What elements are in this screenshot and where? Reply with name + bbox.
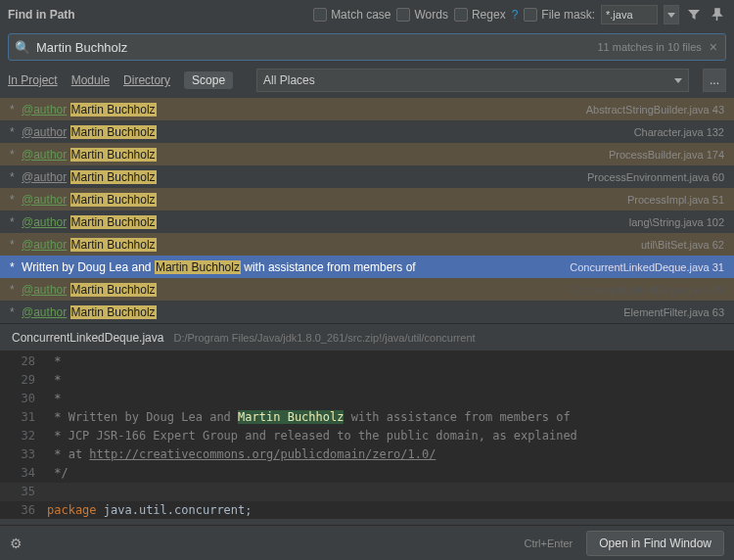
- tab-module[interactable]: Module: [71, 71, 110, 89]
- search-box: 🔍 11 matches in 10 files ×: [8, 33, 726, 61]
- filter-icon[interactable]: [685, 6, 703, 23]
- results-list: * @author Martin BuchholzAbstractStringB…: [0, 98, 734, 323]
- result-row[interactable]: * Written by Doug Lea and Martin Buchhol…: [0, 256, 734, 278]
- pin-icon[interactable]: [709, 6, 726, 23]
- file-mask-label: File mask:: [541, 8, 595, 22]
- regex-label: Regex: [472, 8, 506, 22]
- code-line: */: [47, 464, 69, 483]
- gutter: 33: [0, 445, 47, 464]
- result-row[interactable]: * @author Martin Buchholzutil\BitSet.jav…: [0, 233, 734, 256]
- result-row[interactable]: * @author Martin BuchholzConcurrentLinke…: [0, 278, 734, 301]
- tab-directory[interactable]: Directory: [123, 71, 170, 89]
- words-checkbox[interactable]: Words: [396, 8, 447, 22]
- chevron-down-icon: [674, 78, 682, 83]
- match-count: 11 matches in 10 files: [597, 41, 701, 53]
- words-label: Words: [414, 8, 447, 22]
- result-row[interactable]: * @author Martin BuchholzCharacter.java …: [0, 120, 734, 143]
- gutter: 29: [0, 371, 47, 390]
- file-mask-input[interactable]: [601, 5, 658, 24]
- tab-scope[interactable]: Scope: [184, 71, 233, 89]
- browse-button[interactable]: ...: [703, 69, 726, 92]
- result-row[interactable]: * @author Martin Buchholzlang\String.jav…: [0, 210, 734, 233]
- match-case-label: Match case: [331, 8, 390, 22]
- code-line: *: [47, 390, 61, 408]
- scope-value: All Places: [263, 73, 315, 87]
- result-row[interactable]: * @author Martin BuchholzElementFilter.j…: [0, 301, 734, 323]
- gutter: 30: [0, 390, 47, 408]
- code-line: * Written by Doug Lea and Martin Buchhol…: [47, 408, 571, 427]
- gutter: 31: [0, 408, 47, 427]
- result-row[interactable]: * @author Martin BuchholzProcessImpl.jav…: [0, 188, 734, 210]
- gutter: 36: [0, 501, 47, 520]
- dialog-title: Find in Path: [8, 8, 75, 22]
- preview-filename: ConcurrentLinkedDeque.java: [12, 331, 163, 345]
- gutter: 35: [0, 483, 47, 501]
- match-case-checkbox[interactable]: Match case: [313, 8, 390, 22]
- code-preview[interactable]: 28 * 29 * 30 * 31 * Written by Doug Lea …: [0, 350, 734, 519]
- search-input[interactable]: [36, 40, 591, 55]
- gutter: 34: [0, 464, 47, 483]
- code-line: *: [47, 371, 61, 390]
- regex-checkbox[interactable]: Regex?: [454, 8, 518, 22]
- file-mask-dropdown[interactable]: [664, 5, 679, 24]
- shortcut-hint: Ctrl+Enter: [524, 537, 573, 549]
- clear-icon[interactable]: ×: [708, 39, 719, 55]
- code-line: *: [47, 352, 61, 371]
- chevron-down-icon: [667, 13, 675, 18]
- code-line: * at http://creativecommons.org/publicdo…: [47, 445, 436, 464]
- gutter: 28: [0, 352, 47, 371]
- tab-in-project[interactable]: In Project: [8, 71, 58, 89]
- scope-select[interactable]: All Places: [256, 69, 689, 92]
- open-in-find-window-button[interactable]: Open in Find Window: [586, 531, 724, 556]
- search-icon: 🔍: [15, 40, 30, 55]
- code-line: package java.util.concurrent;: [47, 501, 252, 520]
- code-line: * JCP JSR-166 Expert Group and released …: [47, 427, 577, 445]
- preview-path: D:/Program Files/Java/jdk1.8.0_261/src.z…: [173, 332, 475, 344]
- result-row[interactable]: * @author Martin BuchholzProcessEnvironm…: [0, 165, 734, 188]
- result-row[interactable]: * @author Martin BuchholzProcessBuilder.…: [0, 143, 734, 165]
- gutter: 32: [0, 427, 47, 445]
- regex-help-icon[interactable]: ?: [512, 8, 519, 22]
- result-row[interactable]: * @author Martin BuchholzAbstractStringB…: [0, 98, 734, 120]
- file-mask-checkbox[interactable]: File mask:: [524, 8, 595, 22]
- gear-icon[interactable]: ⚙: [10, 536, 23, 551]
